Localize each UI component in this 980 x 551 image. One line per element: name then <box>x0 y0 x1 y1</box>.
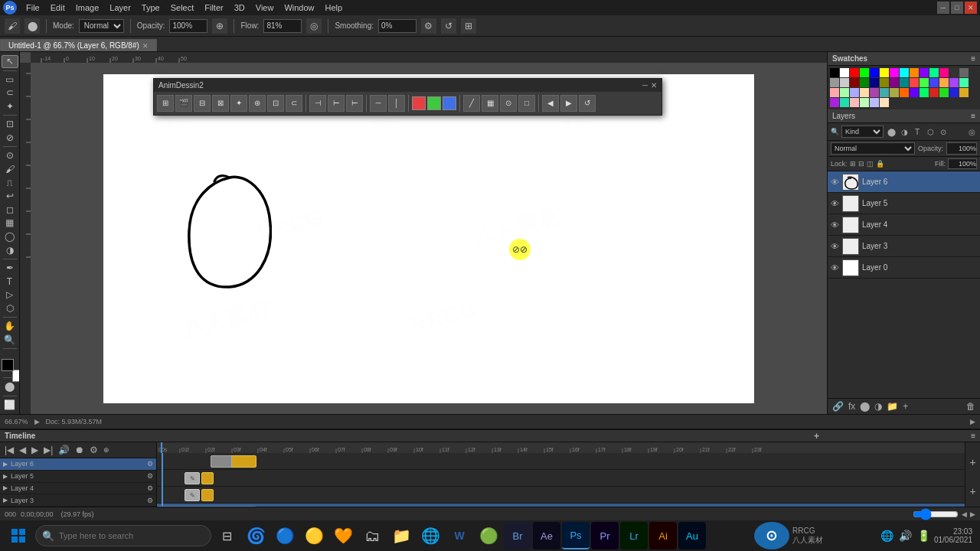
tl-expand-6[interactable]: ▶ <box>3 461 8 468</box>
taskbar-ps-icon[interactable]: Ps <box>562 522 590 549</box>
menu-image[interactable]: Image <box>71 2 104 13</box>
tl-skip-back-btn[interactable]: |◀ <box>3 445 15 455</box>
magic-wand-tool[interactable]: ✦ <box>2 100 18 113</box>
opacity-input[interactable]: 100% <box>169 19 207 33</box>
airbrush-icon[interactable]: ◎ <box>306 18 322 34</box>
eyedropper-tool[interactable]: ⊘ <box>2 132 18 145</box>
swatch-ff4444[interactable] <box>910 78 919 87</box>
tl-layer-row-6[interactable]: ▶ Layer 6 ⚙ <box>0 458 156 471</box>
swatch-ff8800[interactable] <box>910 68 919 77</box>
anim-green-color[interactable] <box>427 96 441 110</box>
swatch-ff0000[interactable] <box>850 68 859 77</box>
taskbar-capture-icon[interactable]: 🟢 <box>475 522 502 549</box>
tl-add-track-1[interactable]: + <box>969 456 975 468</box>
swatch-00ff88[interactable] <box>929 68 939 77</box>
status-arrow-right[interactable]: ▶ <box>970 418 975 425</box>
tl-expand-5[interactable]: ▶ <box>3 473 8 480</box>
layers-filter-select[interactable]: Kind <box>841 126 884 138</box>
tl-layer-row-4[interactable]: ▶ Layer 4 ⚙ <box>0 483 156 495</box>
swatch-880088[interactable] <box>890 78 899 87</box>
layer-3-visibility-icon[interactable]: 👁 <box>831 242 839 251</box>
swatch-ffffff[interactable] <box>840 68 849 77</box>
tl-layer-row-3[interactable]: ▶ Layer 3 ⚙ <box>0 494 156 507</box>
swatch-0000ff[interactable] <box>870 68 879 77</box>
brush-tool[interactable]: 🖌 <box>2 163 18 176</box>
anim-blue-color[interactable] <box>443 96 456 110</box>
anim-film-tool[interactable]: 🎬 <box>175 95 192 112</box>
smoothing-settings-icon[interactable]: ⚙ <box>421 18 436 34</box>
menu-3d[interactable]: 3D <box>230 2 250 13</box>
menu-layer[interactable]: Layer <box>105 2 136 13</box>
swatch-aaaa44[interactable] <box>890 88 899 97</box>
swatch-880000[interactable] <box>850 78 859 87</box>
layer-filter-shape-icon[interactable]: ⬡ <box>925 126 936 137</box>
hand-tool[interactable]: ✋ <box>2 320 18 333</box>
anim-bracket-r-tool[interactable]: ⊢ <box>346 95 363 112</box>
lock-pixels-icon[interactable]: ⊟ <box>858 160 864 168</box>
taskbar-search-bar[interactable]: 🔍 <box>35 525 211 546</box>
fill-field[interactable] <box>948 158 977 169</box>
tl-layer-6-opts[interactable]: ⚙ <box>147 460 153 468</box>
lock-all-icon[interactable]: 🔒 <box>876 160 884 168</box>
tl-clip-5b[interactable] <box>201 472 214 484</box>
layer-delete-icon[interactable]: 🗑 <box>966 401 975 412</box>
menu-type[interactable]: Type <box>137 2 165 13</box>
path-selection-tool[interactable]: ▷ <box>2 289 18 302</box>
tl-layer-row-5[interactable]: ▶ Layer 5 ⚙ <box>0 471 156 483</box>
layer-new-icon[interactable]: + <box>903 401 908 412</box>
tl-zoom-slider[interactable] <box>913 510 959 518</box>
quick-mask-tool[interactable]: ⬤ <box>2 380 18 393</box>
opacity-field[interactable] <box>946 142 977 155</box>
swatch-000000[interactable] <box>830 68 839 77</box>
flow-input[interactable]: 81% <box>263 19 302 33</box>
type-tool[interactable]: T <box>2 275 18 288</box>
taskbar-edge-icon[interactable]: 🌀 <box>242 522 270 549</box>
taskbar-bridge-icon[interactable]: Br <box>504 522 531 549</box>
swatch-aa44ff[interactable] <box>949 78 959 87</box>
anim-panel-header[interactable]: AnimDessin2 ─ ✕ <box>154 79 662 92</box>
foreground-color-swatch[interactable] <box>2 359 14 371</box>
pen-tool[interactable]: ✒ <box>2 262 18 275</box>
layers-menu-icon[interactable]: ≡ <box>971 112 975 120</box>
shape-tool[interactable]: ⬡ <box>2 302 18 315</box>
swatch-44ff44[interactable] <box>920 78 929 87</box>
swatch-22ddaa[interactable] <box>840 98 849 107</box>
timeline-add-layer-btn[interactable]: + <box>814 431 819 442</box>
brush-tool-options-icon[interactable]: 🖌 <box>5 18 20 34</box>
gradient-tool[interactable]: ▦ <box>2 217 18 230</box>
layer-filter-toggle-icon[interactable]: ◎ <box>966 126 977 137</box>
anim-wand-tool[interactable]: ✦ <box>230 95 247 112</box>
swatch-008888[interactable] <box>900 78 909 87</box>
tl-play-back-btn[interactable]: ◀ <box>18 445 28 455</box>
anim-blank-tool[interactable]: □ <box>518 95 535 112</box>
tl-record-btn[interactable]: ⏺ <box>74 445 86 455</box>
start-button[interactable] <box>3 522 34 549</box>
layer-adjustment-icon[interactable]: ◑ <box>874 401 882 412</box>
swatch-00ff66[interactable] <box>920 88 929 97</box>
volume-icon[interactable]: 🔊 <box>897 530 913 542</box>
menu-edit[interactable]: Edit <box>46 2 70 13</box>
swatch-ffaaaa[interactable] <box>830 88 839 97</box>
minimize-btn[interactable]: ─ <box>937 2 949 14</box>
tl-playhead[interactable] <box>162 453 163 507</box>
swatch-8800ff[interactable] <box>920 68 929 77</box>
swatch-aa44aa[interactable] <box>870 88 879 97</box>
swatch-ffaa44[interactable] <box>939 78 949 87</box>
tl-expand-4[interactable]: ▶ <box>3 484 8 491</box>
layer-mask-icon[interactable]: ⬤ <box>860 401 870 412</box>
stamp-tool[interactable]: ⎍ <box>2 176 18 189</box>
taskbar-mail-icon[interactable]: 🧡 <box>329 522 357 549</box>
status-arrow[interactable]: ▶ <box>34 418 40 425</box>
taskbar-au-icon[interactable]: Au <box>678 522 706 549</box>
background-color-swatch[interactable] <box>12 370 21 382</box>
taskbar-pr-icon[interactable]: Pr <box>591 522 619 549</box>
swatch-2222dd[interactable] <box>949 88 959 97</box>
swatch-ffbbbb[interactable] <box>850 98 859 107</box>
swatch-ffddaa[interactable] <box>860 88 869 97</box>
swatch-aaffaa[interactable] <box>840 88 849 97</box>
pressure-opacity-icon[interactable]: ⊕ <box>212 18 227 34</box>
swatch-aaaaff[interactable] <box>850 88 859 97</box>
layer-row-0[interactable]: 👁 Layer 0 <box>828 257 980 279</box>
tl-layer-3-opts[interactable]: ⚙ <box>147 497 153 504</box>
layer-row-5[interactable]: 👁 Layer 5 <box>828 193 980 214</box>
